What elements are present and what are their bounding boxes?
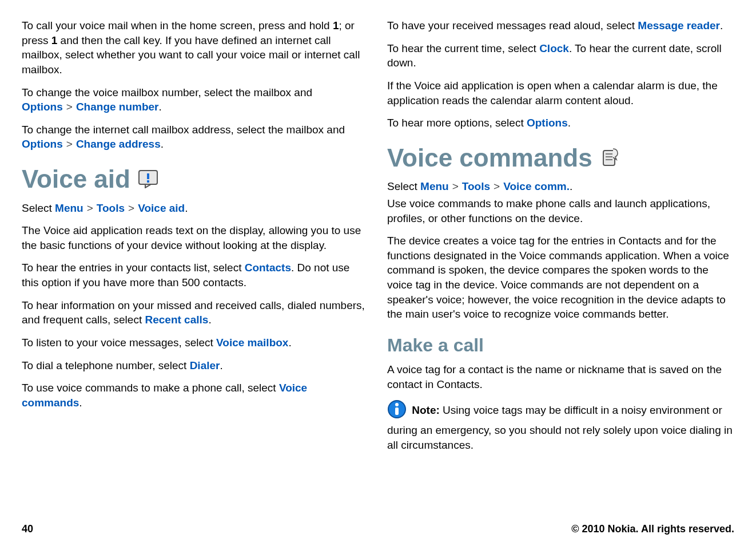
text: Select bbox=[22, 202, 55, 214]
svg-rect-8 bbox=[395, 407, 399, 415]
para-voice-commands: To use voice commands to make a phone ca… bbox=[22, 381, 369, 410]
text: . bbox=[208, 314, 211, 326]
page-number: 40 bbox=[22, 522, 33, 536]
voice-mailbox-link[interactable]: Voice mailbox bbox=[216, 337, 288, 349]
text: To hear the entries in your contacts lis… bbox=[22, 262, 245, 274]
contacts-link[interactable]: Contacts bbox=[245, 262, 291, 274]
chevron-right-icon: > bbox=[125, 202, 138, 214]
text: To use voice commands to make a phone ca… bbox=[22, 382, 279, 394]
para-voice-mailbox: To listen to your voice messages, select… bbox=[22, 335, 369, 350]
chevron-right-icon: > bbox=[490, 180, 503, 192]
text: . bbox=[568, 117, 571, 129]
svg-rect-1 bbox=[147, 173, 149, 179]
para-dialer: To dial a telephone number, select Diale… bbox=[22, 358, 369, 373]
heading-text: Voice commands bbox=[387, 141, 592, 175]
text: . bbox=[161, 138, 164, 150]
chevron-right-icon: > bbox=[83, 202, 97, 214]
note-label: Note: bbox=[412, 405, 443, 417]
options-link[interactable]: Options bbox=[22, 138, 63, 150]
text: and then the call key. If you have defin… bbox=[22, 34, 360, 76]
voice-aid-icon bbox=[138, 170, 158, 188]
para-voice-aid-desc: The Voice aid application reads text on … bbox=[22, 223, 369, 252]
message-reader-link[interactable]: Message reader bbox=[638, 19, 720, 31]
para-clock: To hear the current time, select Clock. … bbox=[387, 41, 734, 70]
para-contacts: To hear the entries in your contacts lis… bbox=[22, 260, 369, 290]
para-voice-comm-use: Use voice commands to make phone calls a… bbox=[387, 196, 734, 225]
key-1: 1 bbox=[333, 19, 339, 31]
clock-link[interactable]: Clock bbox=[539, 42, 569, 54]
text: To hear more options, select bbox=[387, 117, 527, 129]
para-select-voice-comm: Select Menu>Tools>Voice comm.. bbox=[387, 179, 734, 194]
text: To dial a telephone number, select bbox=[22, 359, 190, 371]
heading-make-a-call: Make a call bbox=[387, 333, 734, 358]
para-change-address: To change the internet call mailbox addr… bbox=[22, 122, 369, 152]
text: . bbox=[79, 397, 82, 409]
heading-voice-commands: Voice commands bbox=[387, 141, 734, 175]
text: . bbox=[185, 202, 188, 214]
tools-link[interactable]: Tools bbox=[97, 202, 125, 214]
text: To change the internet call mailbox addr… bbox=[22, 124, 345, 136]
para-message-reader: To have your received messages read alou… bbox=[387, 18, 734, 33]
para-change-number: To change the voice mailbox number, sele… bbox=[22, 85, 369, 114]
options-link[interactable]: Options bbox=[22, 101, 63, 113]
note-block: Note: Using voice tags may be difficult … bbox=[387, 399, 734, 452]
para-more-options: To hear more options, select Options. bbox=[387, 116, 734, 130]
text: To listen to your voice messages, select bbox=[22, 337, 216, 349]
menu-link[interactable]: Menu bbox=[420, 180, 449, 192]
left-column: To call your voice mail when in the home… bbox=[22, 18, 369, 506]
text: . bbox=[159, 101, 162, 113]
key-1b: 1 bbox=[51, 34, 58, 46]
dialer-link[interactable]: Dialer bbox=[190, 359, 220, 371]
voice-comm-link[interactable]: Voice comm. bbox=[503, 180, 570, 192]
menu-link[interactable]: Menu bbox=[55, 202, 83, 214]
change-number-link[interactable]: Change number bbox=[76, 101, 159, 113]
svg-point-9 bbox=[395, 403, 399, 406]
text: . bbox=[720, 19, 723, 31]
heading-text: Voice aid bbox=[22, 162, 130, 196]
page-footer: 40 © 2010 Nokia. All rights reserved. bbox=[22, 506, 734, 536]
copyright: © 2010 Nokia. All rights reserved. bbox=[571, 522, 734, 536]
right-column: To have your received messages read alou… bbox=[387, 18, 734, 506]
para-recent-calls: To hear information on your missed and r… bbox=[22, 298, 369, 327]
tools-link[interactable]: Tools bbox=[462, 180, 490, 192]
page-columns: To call your voice mail when in the home… bbox=[22, 18, 734, 506]
text: . bbox=[220, 359, 222, 371]
svg-rect-2 bbox=[147, 180, 149, 183]
para-voice-tag-contact: A voice tag for a contact is the name or… bbox=[387, 362, 734, 391]
para-calendar-alarm: If the Voice aid application is open whe… bbox=[387, 78, 734, 108]
change-address-link[interactable]: Change address bbox=[76, 138, 161, 150]
voice-aid-link[interactable]: Voice aid bbox=[138, 202, 185, 214]
para-voice-tag-desc: The device creates a voice tag for the e… bbox=[387, 234, 734, 322]
para-call-voicemail: To call your voice mail when in the home… bbox=[22, 18, 369, 77]
text: . bbox=[570, 180, 572, 192]
text: To have your received messages read alou… bbox=[387, 19, 638, 31]
options-link[interactable]: Options bbox=[527, 117, 568, 129]
text: To change the voice mailbox number, sele… bbox=[22, 86, 312, 98]
note-icon bbox=[387, 399, 407, 423]
chevron-right-icon: > bbox=[63, 101, 76, 113]
text: To hear the current time, select bbox=[387, 42, 539, 54]
text: Select bbox=[387, 180, 420, 192]
text: To call your voice mail when in the home… bbox=[22, 19, 333, 31]
chevron-right-icon: > bbox=[449, 180, 462, 192]
heading-voice-aid: Voice aid bbox=[22, 162, 369, 196]
recent-calls-link[interactable]: Recent calls bbox=[145, 314, 208, 326]
chevron-right-icon: > bbox=[63, 138, 76, 150]
para-select-voice-aid: Select Menu>Tools>Voice aid. bbox=[22, 201, 369, 216]
text: . bbox=[288, 337, 291, 349]
voice-commands-icon bbox=[600, 148, 620, 168]
